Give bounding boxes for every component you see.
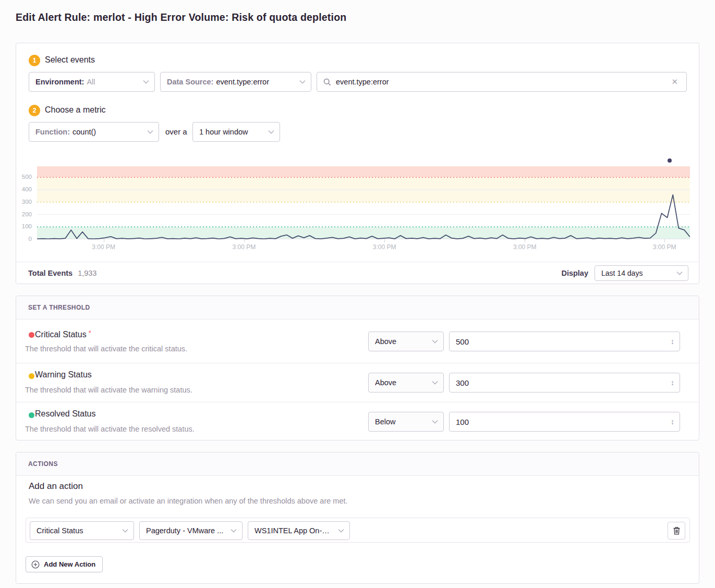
- x-axis-tick-label: 3:00 PM: [506, 243, 543, 251]
- trash-icon: [673, 526, 681, 535]
- action-service-select[interactable]: WS1INTEL App On-Call: [248, 521, 350, 540]
- x-axis-tick-mark: [664, 239, 665, 242]
- display-range-select[interactable]: Last 14 days: [595, 265, 688, 281]
- actions-panel: ACTIONS Add an action We can send you an…: [16, 452, 699, 584]
- resolved-threshold-input-wrap: ↕: [449, 412, 680, 432]
- data-source-select-label: Data Source:: [167, 78, 213, 86]
- required-asterisk: *: [89, 329, 91, 337]
- warning-status-dot: [29, 373, 34, 379]
- plus-circle-icon: [31, 560, 40, 569]
- series-outlier-point: [668, 158, 672, 163]
- critical-status-label: Critical Status*: [35, 329, 91, 339]
- critical-threshold-input[interactable]: [456, 337, 671, 346]
- chevron-down-icon: [676, 271, 683, 275]
- total-events-label: Total Events: [28, 269, 72, 277]
- time-window-select[interactable]: 1 hour window: [192, 122, 280, 142]
- x-axis-tick-label: 3:00 PM: [366, 243, 403, 251]
- critical-status-dot: [29, 332, 34, 338]
- total-events-value: 1,933: [78, 269, 96, 277]
- warning-status-label: Warning Status: [35, 370, 92, 379]
- delete-action-button[interactable]: [668, 522, 685, 540]
- x-axis-tick-mark: [384, 239, 385, 242]
- resolved-threshold-input[interactable]: [456, 418, 671, 426]
- search-icon: [323, 78, 331, 86]
- step-1-number: 1: [33, 57, 37, 64]
- search-input[interactable]: [336, 78, 669, 86]
- event-filter-search[interactable]: ✕: [317, 72, 687, 92]
- add-new-action-label: Add New Action: [44, 560, 95, 568]
- data-source-select-value: event.type:error: [216, 78, 269, 86]
- y-axis-tick-label: 100: [8, 223, 32, 229]
- chevron-down-icon: [143, 80, 149, 84]
- page-title: Edit Alert Rule: merlot - High Error Vol…: [16, 11, 346, 23]
- warning-threshold-row: Warning Status The threshold that will a…: [16, 363, 699, 402]
- warning-status-text: Warning Status: [35, 370, 92, 379]
- display-range-value: Last 14 days: [601, 269, 672, 277]
- environment-select[interactable]: Environment:All: [29, 72, 155, 92]
- data-source-select[interactable]: Data Source:event.type:error: [160, 72, 311, 92]
- warning-threshold-input[interactable]: [456, 378, 671, 387]
- function-select-label: Function:: [35, 128, 70, 136]
- y-axis-tick-label: 500: [8, 174, 32, 180]
- chevron-down-icon: [268, 130, 274, 134]
- environment-select-label: Environment:: [35, 78, 84, 86]
- choose-metric-heading: Choose a metric: [45, 105, 106, 115]
- warning-status-description: The threshold that will activate the war…: [25, 386, 192, 394]
- step-1-badge: 1: [29, 55, 40, 66]
- x-axis-tick-label: 3:00 PM: [86, 243, 122, 251]
- action-integration-value: Pagerduty - VMware ...: [146, 526, 226, 535]
- step-2-badge: 2: [29, 105, 40, 116]
- events-panel: 1 Select events Environment:All Data Sou…: [16, 43, 699, 284]
- resolved-status-label: Resolved Status: [35, 409, 96, 419]
- action-status-select[interactable]: Critical Status: [30, 521, 134, 540]
- resolved-status-description: The threshold that will activate the res…: [25, 425, 195, 433]
- resolved-condition-select[interactable]: Below: [368, 412, 444, 432]
- add-new-action-button[interactable]: Add New Action: [26, 556, 103, 572]
- action-service-value: WS1INTEL App On-Call: [255, 526, 334, 535]
- add-action-heading: Add an action: [29, 481, 83, 492]
- stepper-icon[interactable]: ↕: [671, 337, 674, 346]
- chevron-down-icon: [299, 80, 306, 84]
- resolved-threshold-row: Resolved Status The threshold that will …: [16, 402, 699, 441]
- metric-chart-plot: 01002003004005003:00 PM3:00 PM3:00 PM3:0…: [37, 166, 690, 239]
- clear-search-icon[interactable]: ✕: [669, 76, 680, 88]
- critical-status-text: Critical Status: [35, 330, 87, 339]
- over-a-text: over a: [165, 127, 187, 136]
- critical-condition-value: Above: [375, 337, 428, 346]
- y-axis-tick-label: 400: [8, 186, 32, 192]
- add-action-description: We can send you an email or activate an …: [29, 497, 348, 505]
- action-status-value: Critical Status: [37, 526, 118, 535]
- threshold-panel-header: SET A THRESHOLD: [16, 296, 699, 320]
- action-integration-select[interactable]: Pagerduty - VMware ...: [139, 521, 243, 540]
- y-axis-tick-label: 300: [8, 199, 32, 205]
- resolved-status-text: Resolved Status: [35, 409, 96, 418]
- threshold-panel: SET A THRESHOLD Critical Status* The thr…: [16, 296, 699, 440]
- chevron-down-icon: [338, 529, 344, 533]
- chart-footer: Total Events 1,933 Display Last 14 days: [16, 262, 699, 284]
- stepper-icon[interactable]: ↕: [671, 378, 674, 387]
- warning-condition-select[interactable]: Above: [368, 373, 444, 393]
- y-axis-tick-label: 0: [8, 236, 32, 242]
- resolved-condition-value: Below: [375, 418, 428, 426]
- chevron-down-icon: [432, 339, 438, 344]
- environment-select-value: All: [87, 78, 95, 86]
- time-window-value: 1 hour window: [199, 128, 264, 136]
- critical-threshold-row: Critical Status* The threshold that will…: [16, 320, 699, 363]
- x-axis-tick-mark: [244, 239, 245, 242]
- critical-threshold-input-wrap: ↕: [449, 332, 680, 351]
- chevron-down-icon: [122, 529, 128, 533]
- y-axis-tick-label: 200: [8, 211, 32, 217]
- edit-alert-rule-page: Edit Alert Rule: merlot - High Error Vol…: [0, 0, 715, 588]
- chevron-down-icon: [432, 420, 438, 424]
- critical-condition-select[interactable]: Above: [368, 332, 444, 351]
- critical-status-description: The threshold that will activate the cri…: [25, 345, 187, 353]
- stepper-icon[interactable]: ↕: [671, 418, 674, 426]
- x-axis-tick-label: 3:00 PM: [646, 243, 683, 251]
- action-row: Critical Status Pagerduty - VMware ... W…: [26, 518, 690, 543]
- x-axis-tick-mark: [104, 239, 104, 242]
- x-axis-tick-mark: [525, 239, 525, 242]
- chevron-down-icon: [231, 529, 237, 533]
- warning-condition-value: Above: [375, 378, 428, 387]
- function-select[interactable]: Function:count(): [29, 122, 159, 142]
- function-select-value: count(): [72, 128, 96, 136]
